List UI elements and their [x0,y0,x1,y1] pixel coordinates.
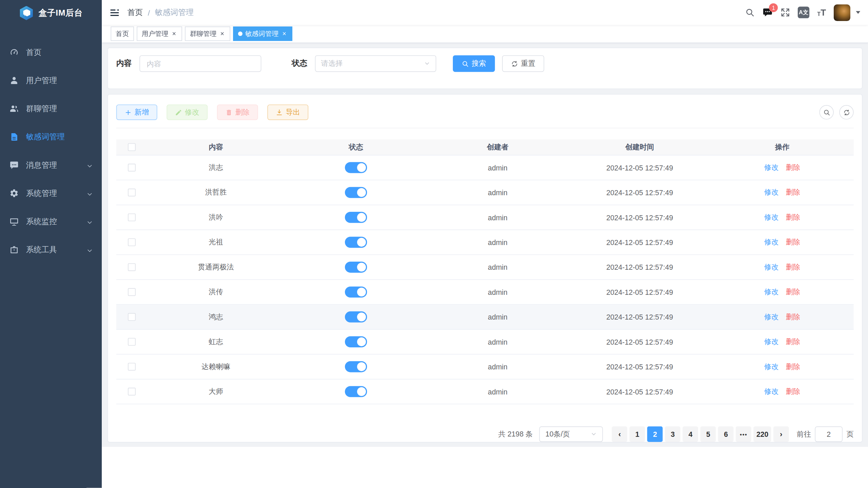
language-icon[interactable]: A文 [798,7,809,18]
delete-link[interactable]: 删除 [786,337,800,347]
add-button[interactable]: 新增 [116,104,157,120]
sidebar-collapse-icon[interactable] [102,7,127,17]
edit-link[interactable]: 修改 [764,237,778,247]
sidebar-item-messages[interactable]: 消息管理 [0,151,102,179]
show-search-toggle-button[interactable] [819,105,834,119]
status-select[interactable]: 请选择 [315,55,436,72]
delete-link[interactable]: 删除 [786,287,800,297]
status-toggle[interactable] [345,162,367,173]
edit-link[interactable]: 修改 [764,337,778,347]
font-size-icon[interactable]: TT [817,8,826,17]
delete-link[interactable]: 删除 [786,362,800,371]
row-checkbox[interactable] [128,189,135,197]
sidebar-item-sensitive-words[interactable]: 敏感词管理 [0,123,102,151]
edit-button[interactable]: 修改 [167,104,208,120]
reset-button[interactable]: 重置 [502,55,544,72]
delete-link[interactable]: 删除 [786,387,800,396]
status-toggle[interactable] [345,311,367,323]
reset-button-label: 重置 [521,59,535,68]
status-toggle[interactable] [345,336,367,347]
table-row: 洪吟 admin 2024-12-05 12:57:49 修改 删除 [116,205,854,230]
next-page-button[interactable]: › [773,426,789,442]
row-checkbox[interactable] [128,238,135,246]
user-icon [9,76,19,85]
edit-link[interactable]: 修改 [764,312,778,322]
close-icon[interactable]: × [171,30,177,38]
status-toggle[interactable] [345,286,367,298]
status-toggle[interactable] [345,237,367,248]
more-pages-icon[interactable]: ••• [736,426,752,442]
sidebar-item-label: 敏感词管理 [26,132,65,142]
sidebar-item-system-admin[interactable]: 系统管理 [0,179,102,207]
close-icon[interactable]: × [281,30,287,38]
table-header-row: 内容 状态 创建者 创建时间 操作 [116,139,854,155]
user-menu-caret-icon[interactable] [856,11,860,14]
tab-group-management[interactable]: 群聊管理 × [185,26,230,41]
prev-page-button[interactable]: ‹ [612,426,628,442]
delete-link[interactable]: 删除 [786,212,800,222]
row-checkbox[interactable] [128,313,135,321]
sidebar-item-home[interactable]: 首页 [0,38,102,66]
row-checkbox[interactable] [128,214,135,221]
cell-created-at: 2024-12-05 12:57:49 [568,188,711,197]
chevron-down-icon [86,246,93,253]
delete-link[interactable]: 删除 [786,237,800,247]
sidebar-item-users[interactable]: 用户管理 [0,66,102,95]
edit-link[interactable]: 修改 [764,212,778,222]
row-checkbox[interactable] [128,288,135,296]
page-size-select[interactable]: 10条/页 [539,426,603,442]
delete-link[interactable]: 删除 [786,262,800,272]
delete-button[interactable]: 删除 [217,104,258,120]
sidebar-item-system-tools[interactable]: 系统工具 [0,236,102,264]
goto-page-input[interactable] [815,426,843,442]
page-button-5[interactable]: 5 [700,426,716,442]
edit-link[interactable]: 修改 [764,262,778,272]
page-button-220[interactable]: 220 [754,426,771,442]
edit-link[interactable]: 修改 [764,187,778,197]
tab-label: 用户管理 [142,29,168,39]
row-checkbox[interactable] [128,263,135,271]
page-button-3[interactable]: 3 [665,426,681,442]
row-checkbox[interactable] [128,388,135,395]
page-button-1[interactable]: 1 [630,426,645,442]
row-checkbox[interactable] [128,363,135,371]
delete-link[interactable]: 删除 [786,187,800,197]
page-button-2[interactable]: 2 [647,426,663,442]
tab-user-management[interactable]: 用户管理 × [137,26,182,41]
row-checkbox[interactable] [128,338,135,346]
content-search-input[interactable] [139,55,261,72]
status-toggle[interactable] [345,212,367,223]
tab-home[interactable]: 首页 [111,26,134,41]
status-toggle[interactable] [345,386,367,397]
status-toggle[interactable] [345,361,367,372]
sidebar-item-system-monitor[interactable]: 系统监控 [0,207,102,236]
avatar[interactable] [834,4,850,21]
delete-link[interactable]: 删除 [786,312,800,322]
search-icon[interactable] [745,8,755,17]
status-toggle[interactable] [345,262,367,273]
edit-link[interactable]: 修改 [764,163,778,172]
select-all-checkbox[interactable] [128,143,135,151]
edit-link[interactable]: 修改 [764,362,778,371]
status-toggle[interactable] [345,187,367,198]
edit-link[interactable]: 修改 [764,287,778,297]
message-icon[interactable]: 1 [763,7,773,18]
tab-sensitive-words[interactable]: 敏感词管理 × [233,26,292,41]
cell-content: 贯通两极法 [147,262,285,272]
delete-link[interactable]: 删除 [786,163,800,172]
refresh-button[interactable] [839,105,853,119]
search-button[interactable]: 搜索 [453,55,495,72]
breadcrumb-home[interactable]: 首页 [127,7,143,17]
page-button-4[interactable]: 4 [683,426,698,442]
sidebar-item-groups[interactable]: 群聊管理 [0,95,102,123]
edit-link[interactable]: 修改 [764,387,778,396]
row-checkbox[interactable] [128,164,135,171]
export-button[interactable]: 导出 [267,104,308,120]
close-icon[interactable]: × [219,30,225,38]
table-card: 新增 修改 删除 导出 [108,94,863,442]
table-row: 洪志 admin 2024-12-05 12:57:49 修改 删除 [116,156,854,180]
cell-content: 鸿志 [147,312,285,322]
page-button-6[interactable]: 6 [718,426,734,442]
fullscreen-icon[interactable] [780,8,790,17]
filter-card: 内容 状态 请选择 搜索 重置 [108,47,863,89]
